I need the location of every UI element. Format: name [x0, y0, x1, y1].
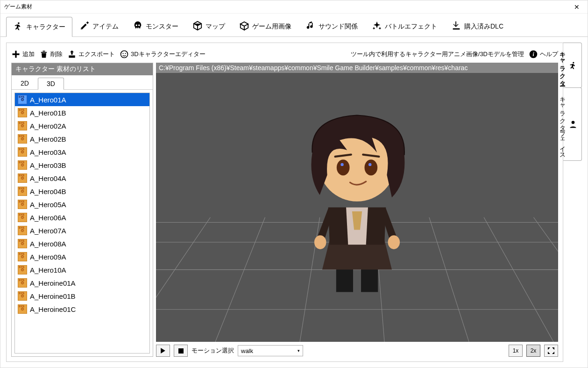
svg-point-0: [135, 24, 137, 26]
list-item[interactable]: ⚙A_Hero08A: [15, 237, 149, 250]
main-tabs: キャラクターアイテムモンスターマップゲーム用画像サウンド関係バトルエフェクト購入…: [0, 14, 588, 37]
list-item[interactable]: ⚙A_Hero02A: [15, 119, 149, 132]
material-list-panel: キャラクター 素材のリスト 2D3D ⚙A_Hero01A⚙A_Hero01B⚙…: [11, 63, 153, 357]
item-thumbnail-icon: ⚙: [18, 226, 27, 235]
fullscreen-button[interactable]: [544, 345, 558, 357]
svg-rect-19: [336, 267, 353, 292]
item-name: A_Hero01A: [30, 96, 66, 104]
list-item[interactable]: ⚙A_Heroine01A: [15, 276, 149, 289]
sparkle-icon: [372, 21, 382, 32]
svg-point-24: [337, 159, 350, 175]
item-name: A_Heroine01B: [30, 292, 76, 300]
item-name: A_Hero02A: [30, 122, 66, 130]
item-name: A_Hero07A: [30, 227, 66, 235]
zoom-1x-button[interactable]: 1x: [509, 345, 523, 357]
item-name: A_Hero06A: [30, 214, 66, 222]
svg-rect-28: [178, 348, 184, 354]
item-name: A_Hero05A: [30, 201, 66, 209]
close-icon[interactable]: ✕: [570, 3, 584, 11]
main-tab-label: ゲーム用画像: [252, 22, 291, 31]
main-tab-7[interactable]: 購入済みDLC: [444, 16, 510, 36]
main-tab-5[interactable]: サウンド関係: [298, 16, 365, 36]
chevron-down-icon: ▾: [298, 348, 300, 353]
svg-point-22: [388, 235, 400, 249]
item-name: A_Hero08A: [30, 240, 66, 248]
main-tab-3[interactable]: マップ: [185, 16, 232, 36]
list-item[interactable]: ⚙A_Hero07A: [15, 224, 149, 237]
item-thumbnail-icon: ⚙: [18, 173, 27, 183]
item-thumbnail-icon: ⚙: [18, 252, 27, 261]
add-button[interactable]: 追加: [11, 50, 35, 59]
titlebar: ゲーム素材 ✕: [0, 0, 588, 14]
list-item[interactable]: ⚙A_Hero04B: [15, 185, 149, 198]
svg-point-3: [122, 53, 123, 54]
content-inner: 追加 削除 エクスポート 3Dキャラクターエディター ツール内で利用するキャラク…: [6, 43, 563, 362]
item-name: A_Hero10A: [30, 266, 66, 274]
sub-tab-3D[interactable]: 3D: [38, 78, 64, 90]
file-path-bar: C:¥Program Files (x86)¥Steam¥steamapps¥c…: [156, 63, 558, 73]
main-tab-4[interactable]: ゲーム用画像: [232, 16, 298, 36]
item-thumbnail-icon: ⚙: [18, 304, 27, 314]
delete-button[interactable]: 削除: [39, 50, 63, 59]
3d-viewport[interactable]: [156, 73, 558, 342]
svg-point-4: [125, 53, 126, 54]
main-tab-label: マップ: [205, 22, 225, 31]
export-button[interactable]: エクスポート: [67, 50, 115, 59]
list-item[interactable]: ⚙A_Heroine01B: [15, 289, 149, 303]
export-icon: [67, 50, 77, 59]
list-item[interactable]: ⚙A_Hero03B: [15, 159, 149, 172]
window-title: ゲーム素材: [4, 3, 32, 11]
motion-label: モーション選択: [191, 346, 234, 355]
item-thumbnail-icon: ⚙: [18, 213, 27, 222]
download-icon: [451, 21, 461, 32]
svg-point-26: [340, 163, 343, 166]
person-run-icon: [13, 21, 23, 33]
editor3d-button[interactable]: 3Dキャラクターエディター: [120, 50, 205, 59]
right-tabs: キャラクターキャラクターフェイス: [563, 43, 582, 362]
main-tab-label: モンスター: [146, 22, 178, 31]
item-thumbnail-icon: ⚙: [18, 265, 27, 274]
svg-point-2: [121, 51, 128, 58]
item-thumbnail-icon: ⚙: [18, 134, 27, 144]
help-button[interactable]: i ヘルプ: [529, 50, 558, 59]
right-tab-1[interactable]: キャラクターフェイス: [563, 87, 582, 161]
box-icon: [239, 21, 249, 32]
item-thumbnail-icon: ⚙: [18, 278, 27, 288]
main-tab-0[interactable]: キャラクター: [6, 17, 72, 37]
list-item[interactable]: ⚙A_Hero04A: [15, 172, 149, 185]
playback-bar: モーション選択 walk ▾ 1x 2x: [156, 342, 558, 357]
list-item[interactable]: ⚙A_Hero09A: [15, 250, 149, 263]
list-item[interactable]: ⚙A_Hero06A: [15, 211, 149, 224]
main-tab-6[interactable]: バトルエフェクト: [365, 16, 444, 36]
main-tab-2[interactable]: モンスター: [126, 16, 185, 36]
list-item[interactable]: ⚙A_Hero02B: [15, 132, 149, 145]
item-thumbnail-icon: ⚙: [18, 108, 27, 117]
main-tab-1[interactable]: アイテム: [72, 16, 126, 36]
sword-icon: [79, 21, 90, 32]
material-list[interactable]: ⚙A_Hero01A⚙A_Hero01B⚙A_Hero02A⚙A_Hero02B…: [14, 93, 150, 354]
trash-icon: [39, 50, 49, 59]
item-name: A_Hero02B: [30, 135, 66, 143]
list-item[interactable]: ⚙A_Hero05A: [15, 198, 149, 211]
face-edit-icon: [120, 50, 129, 59]
sub-tab-2D[interactable]: 2D: [12, 77, 38, 89]
motion-select[interactable]: walk ▾: [238, 345, 303, 356]
play-button[interactable]: [156, 345, 170, 357]
list-item[interactable]: ⚙A_Hero01A: [15, 93, 149, 106]
item-thumbnail-icon: ⚙: [18, 187, 27, 196]
stop-button[interactable]: [174, 345, 188, 357]
zoom-2x-button[interactable]: 2x: [526, 345, 540, 357]
list-item[interactable]: ⚙A_Hero10A: [15, 263, 149, 276]
item-name: A_Hero04B: [30, 188, 66, 195]
list-item[interactable]: ⚙A_Hero01B: [15, 106, 149, 119]
right-tab-label: キャラクターフェイス: [558, 93, 567, 156]
plus-icon: [11, 50, 21, 59]
svg-point-29: [572, 121, 575, 124]
dimension-tabs: 2D3D: [12, 75, 153, 90]
list-item[interactable]: ⚙A_Heroine01C: [15, 303, 149, 316]
main-tab-label: アイテム: [92, 22, 119, 31]
music-icon: [305, 21, 316, 32]
list-item[interactable]: ⚙A_Hero03A: [15, 145, 149, 159]
right-tab-0[interactable]: キャラクター: [563, 43, 582, 88]
svg-point-21: [314, 235, 326, 249]
